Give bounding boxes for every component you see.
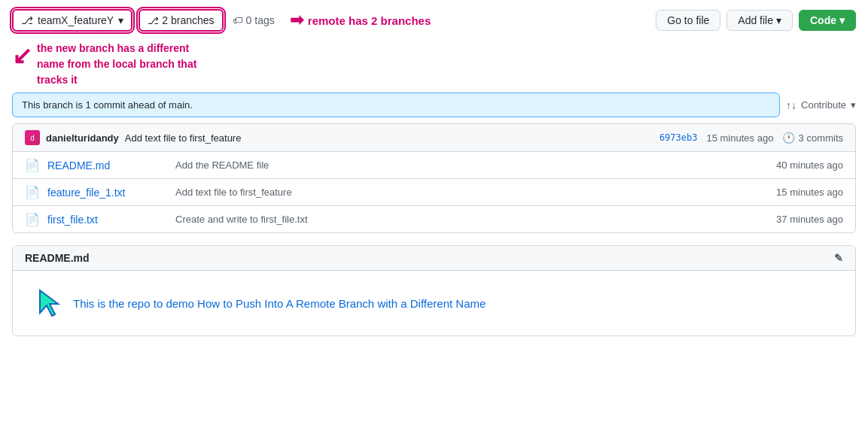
annotation-text: the new branch has a different name from… <box>37 41 196 88</box>
file-row: 📄 README.md Add the README file 40 minut… <box>13 152 855 179</box>
file-name-feature[interactable]: feature_file_1.txt <box>47 187 168 199</box>
tags-label: tags <box>254 14 274 26</box>
branch-selector[interactable]: ⎇ teamX_featureY ▾ <box>12 9 132 32</box>
avatar: d <box>25 130 40 145</box>
go-to-file-button[interactable]: Go to file <box>656 10 720 31</box>
tags-badge[interactable]: 🏷 0 tags <box>230 11 278 30</box>
readme-header: README.md ✎ <box>13 246 855 271</box>
commit-meta: 6973eb3 15 minutes ago 🕐 3 commits <box>659 132 843 144</box>
info-bar-message: This branch is 1 commit ahead of main. <box>22 99 193 111</box>
file-row: 📄 first_file.txt Create and write to fir… <box>13 206 855 232</box>
file-name-first[interactable]: first_file.txt <box>47 214 168 226</box>
file-time-first: 37 minutes ago <box>753 214 843 225</box>
commit-time: 15 minutes ago <box>706 132 773 144</box>
callout-text: remote has 2 branches <box>308 14 431 27</box>
contribute-dropdown-icon: ▾ <box>851 99 856 111</box>
readme-section: README.md ✎ This is the repo to demo How… <box>12 245 856 336</box>
file-icon: 📄 <box>25 185 40 199</box>
contribute-button[interactable]: ↑↓ Contribute ▾ <box>786 99 856 111</box>
readme-title: README.md <box>25 252 90 264</box>
add-file-label: Add file <box>738 14 773 26</box>
file-icon: 📄 <box>25 212 40 226</box>
callout-container: ➡ remote has 2 branches <box>290 11 431 30</box>
contribute-label: Contribute <box>801 99 846 111</box>
branch-dropdown-icon: ▾ <box>118 14 123 26</box>
branches-badge[interactable]: ⎇ 2 branches <box>139 9 223 32</box>
down-arrow-icon: ↙ <box>12 44 32 68</box>
file-row: 📄 feature_file_1.txt Add text file to fi… <box>13 179 855 206</box>
callout-arrow-icon: ➡ <box>290 11 303 30</box>
commit-count[interactable]: 🕐 3 commits <box>782 132 843 144</box>
info-contribute-row: This branch is 1 commit ahead of main. ↑… <box>12 93 856 117</box>
branches-count: 2 <box>162 14 168 26</box>
add-file-button[interactable]: Add file ▾ <box>726 10 793 31</box>
add-file-dropdown-icon: ▾ <box>776 14 781 26</box>
readme-body-text: This is the repo to demo How to Push Int… <box>73 297 486 310</box>
commits-count: 3 <box>798 132 803 144</box>
code-label: Code <box>810 14 836 26</box>
readme-body: This is the repo to demo How to Push Int… <box>13 271 855 335</box>
commit-hash: 6973eb3 <box>659 132 698 143</box>
branch-name: teamX_featureY <box>38 14 114 26</box>
commit-message: Add text file to first_feature <box>125 132 242 144</box>
file-icon: 📄 <box>25 158 40 172</box>
file-table: d danielturidandy Add text file to first… <box>12 123 856 233</box>
file-commit-msg-readme: Add the README file <box>175 159 745 171</box>
info-bar: This branch is 1 commit ahead of main. <box>12 93 780 117</box>
commits-label: commits <box>807 132 843 144</box>
file-commit-msg-first: Create and write to first_file.txt <box>175 214 745 225</box>
file-time-readme: 40 minutes ago <box>753 159 843 171</box>
svg-marker-0 <box>40 290 58 316</box>
edit-icon[interactable]: ✎ <box>834 252 843 264</box>
history-icon: 🕐 <box>782 132 795 144</box>
file-name-readme[interactable]: README.md <box>47 159 168 172</box>
file-commit-msg-feature: Add text file to first_feature <box>175 187 745 198</box>
branches-icon: ⎇ <box>148 15 159 26</box>
commit-row: d danielturidandy Add text file to first… <box>13 124 855 152</box>
branches-label: branches <box>171 14 215 26</box>
commit-author: danielturidandy <box>46 132 119 144</box>
cursor-icon <box>37 289 61 317</box>
branch-icon: ⎇ <box>21 14 33 26</box>
file-time-feature: 15 minutes ago <box>753 187 843 198</box>
code-button[interactable]: Code ▾ <box>799 10 856 31</box>
tags-count: 0 <box>246 14 252 26</box>
tag-icon: 🏷 <box>233 14 243 26</box>
contribute-arrows-icon: ↑↓ <box>786 99 796 111</box>
annotation-block: ↙ the new branch has a different name fr… <box>12 41 856 88</box>
code-dropdown-icon: ▾ <box>839 14 845 26</box>
